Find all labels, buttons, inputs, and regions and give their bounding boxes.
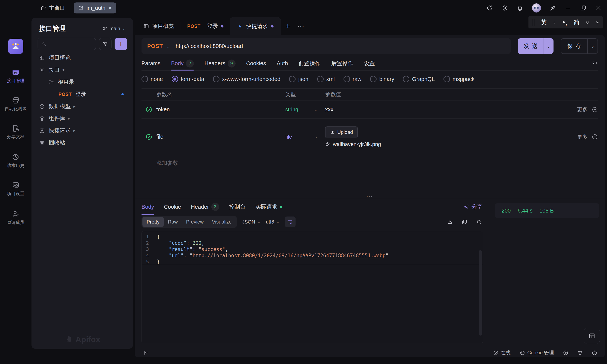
add-param-placeholder[interactable]: 添加参数	[142, 159, 178, 167]
row-more-button[interactable]: 更多	[577, 133, 588, 141]
method-select[interactable]: POST	[147, 43, 163, 49]
tree-item-root-folder[interactable]: 根目录	[31, 76, 133, 88]
tab-headers[interactable]: Headers 9	[204, 56, 236, 70]
upload-button[interactable]: Upload	[325, 127, 358, 138]
save-button[interactable]: 保存 ⌄	[561, 38, 598, 54]
view-mode-preview[interactable]: Preview	[182, 217, 208, 227]
collapse-sidebar-button[interactable]	[143, 350, 149, 356]
chevron-down-icon[interactable]: ⌄	[166, 43, 170, 49]
doc-tab-project-overview[interactable]: 项目概览	[137, 17, 181, 35]
rail-item-project-settings[interactable]: 项目设置	[0, 181, 31, 197]
ime-drag-handle-icon[interactable]	[533, 19, 534, 26]
remove-row-icon[interactable]	[592, 106, 598, 113]
user-avatar[interactable]	[532, 3, 541, 13]
tab-request-settings[interactable]: 设置	[364, 56, 375, 70]
search-input[interactable]	[49, 41, 92, 47]
encoding-select[interactable]: utf8 ⌄	[266, 219, 280, 225]
save-button-label[interactable]: 保存	[561, 39, 587, 53]
moon-dark-mode-icon[interactable]	[553, 19, 556, 26]
body-type-raw[interactable]: raw	[343, 76, 362, 82]
tree-item-endpoint-login[interactable]: POST 登录	[31, 88, 133, 100]
ime-settings-gear-icon[interactable]	[596, 19, 599, 26]
rail-item-request-history[interactable]: 请求历史	[0, 153, 31, 169]
word-wrap-toggle[interactable]	[285, 217, 296, 227]
body-type-msgpack[interactable]: msgpack	[444, 76, 475, 82]
view-mode-raw[interactable]: Raw	[164, 217, 182, 227]
tree-item-components[interactable]: 组件库 ▸	[31, 112, 133, 125]
send-button[interactable]: 发送 ⌄	[518, 38, 554, 54]
response-body-editor[interactable]: 1 { 2 "code": 200, 3 "result": "success"…	[142, 231, 483, 343]
settings-gear-icon[interactable]	[501, 5, 508, 11]
add-button[interactable]: +	[115, 38, 127, 50]
param-name[interactable]: file	[156, 134, 285, 140]
tree-item-api-group[interactable]: 接口 ▾	[31, 64, 133, 76]
upgrade-button[interactable]	[563, 350, 568, 355]
remove-row-icon[interactable]	[592, 134, 598, 140]
rail-item-api-management[interactable]: 接口管理	[0, 68, 31, 84]
add-param-row[interactable]: 添加参数	[142, 155, 598, 171]
rail-item-share-docs[interactable]: 分享文档	[0, 124, 31, 140]
param-name[interactable]: token	[156, 106, 285, 113]
chevron-down-icon[interactable]: ⌄	[314, 107, 325, 112]
restore-window-icon[interactable]	[580, 5, 587, 11]
close-tab-icon[interactable]: ×	[108, 5, 112, 11]
view-mode-visualize[interactable]: Visualize	[208, 217, 236, 227]
layout-toggle-button[interactable]	[584, 328, 600, 344]
tree-item-trash[interactable]: 回收站	[31, 137, 133, 149]
new-tab-button[interactable]: +	[281, 17, 295, 35]
copy-icon[interactable]	[462, 219, 467, 225]
panel-splitter-handle[interactable]: ⋯	[135, 195, 605, 199]
minimize-icon[interactable]	[565, 5, 571, 11]
resp-tab-cookie[interactable]: Cookie	[164, 199, 181, 215]
share-button[interactable]: 分享	[464, 203, 482, 210]
search-box[interactable]	[38, 38, 96, 50]
body-type-graphql[interactable]: GraphQL	[403, 76, 435, 82]
doc-tab-login[interactable]: POST 登录	[181, 17, 230, 35]
tab-post-operations[interactable]: 后置操作	[331, 56, 353, 70]
body-type-urlencoded[interactable]: x-www-form-urlencoded	[213, 76, 280, 82]
close-window-icon[interactable]	[595, 5, 602, 11]
param-type-select[interactable]: file	[285, 134, 314, 140]
pin-icon[interactable]	[550, 5, 556, 11]
enabled-check-icon[interactable]	[145, 106, 152, 113]
param-type-select[interactable]: string	[285, 106, 314, 113]
chevron-down-icon[interactable]: ⌄	[314, 134, 325, 140]
body-type-binary[interactable]: binary	[370, 76, 394, 82]
tab-pre-operations[interactable]: 前置操作	[299, 56, 321, 70]
window-tab-im-auth[interactable]: im_auth ×	[74, 2, 116, 13]
body-type-none[interactable]: none	[142, 76, 163, 82]
online-status[interactable]: 在线	[493, 349, 511, 356]
main-window-tab[interactable]: 主窗口	[40, 4, 65, 12]
url-input[interactable]	[176, 43, 505, 49]
tree-item-project-overview[interactable]: 项目概览	[31, 52, 133, 64]
param-value[interactable]: xxx	[325, 106, 566, 113]
cookie-manager-button[interactable]: Cookie 管理	[520, 349, 554, 356]
ime-charset-toggle[interactable]: 简	[574, 18, 580, 26]
save-options-chevron-icon[interactable]: ⌄	[587, 39, 597, 53]
editor-scrollbar[interactable]	[479, 250, 482, 336]
search-icon[interactable]	[476, 219, 482, 225]
resp-tab-console[interactable]: 控制台	[229, 199, 246, 215]
body-type-xml[interactable]: xml	[317, 76, 335, 82]
send-options-chevron-icon[interactable]: ⌄	[543, 38, 554, 54]
tab-body[interactable]: Body 2	[171, 56, 194, 70]
tab-more-menu[interactable]: ⋯	[295, 17, 307, 35]
help-button[interactable]	[592, 350, 597, 355]
sync-icon[interactable]	[486, 5, 493, 11]
rail-item-automated-testing[interactable]: 自动化测试	[0, 96, 31, 112]
resp-tab-body[interactable]: Body	[142, 199, 154, 215]
attached-file[interactable]: wallhaven-yjr3lk.png	[325, 141, 566, 147]
ime-language-toggle[interactable]: 英	[541, 18, 547, 26]
emoji-smiley-icon[interactable]	[586, 19, 589, 26]
download-icon[interactable]	[447, 219, 453, 225]
notifications-bell-icon[interactable]	[517, 5, 523, 11]
generate-code-button[interactable]	[592, 60, 598, 67]
enabled-check-icon[interactable]	[145, 133, 152, 140]
theme-button[interactable]	[577, 350, 583, 355]
tree-item-quick-request[interactable]: 快捷请求 ▸	[31, 125, 133, 137]
body-type-form-data[interactable]: form-data	[172, 76, 204, 82]
tab-cookies[interactable]: Cookies	[246, 56, 266, 70]
format-select[interactable]: JSON ⌄	[242, 219, 261, 225]
resp-tab-actual-request[interactable]: 实际请求	[255, 199, 282, 215]
doc-tab-quick-request-active[interactable]: 快捷请求	[230, 17, 281, 35]
